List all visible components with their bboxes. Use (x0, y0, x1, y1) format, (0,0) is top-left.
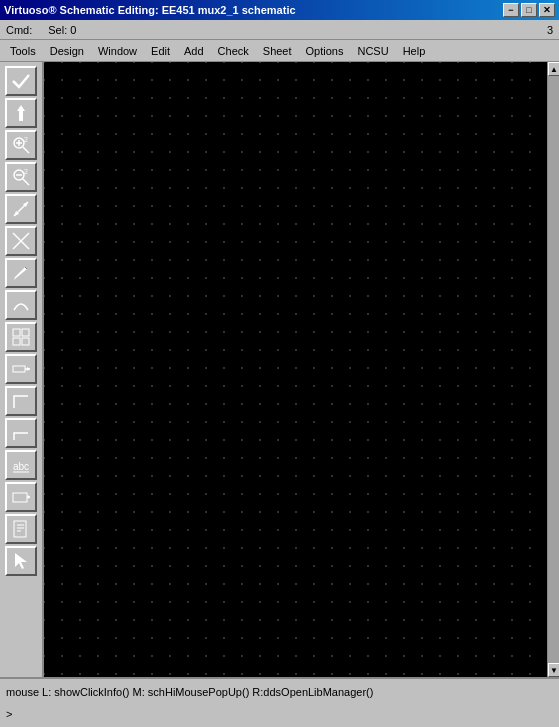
sheet-tool[interactable] (5, 514, 37, 544)
cmd-right: 3 (547, 24, 553, 36)
scrollbar-vertical: ▲ ▼ (547, 62, 559, 677)
menu-item-sheet[interactable]: Sheet (257, 43, 298, 59)
menu-item-help[interactable]: Help (397, 43, 432, 59)
svg-marker-15 (14, 267, 27, 280)
sel-label: Sel: 0 (48, 24, 76, 36)
zoom-in-tool[interactable]: 2 (5, 130, 37, 160)
toolbar: 22abc (0, 62, 44, 677)
scroll-up-button[interactable]: ▲ (548, 62, 559, 76)
menu-item-ncsu[interactable]: NCSU (351, 43, 394, 59)
grid-tool[interactable] (5, 322, 37, 352)
menu-item-window[interactable]: Window (92, 43, 143, 59)
svg-marker-0 (17, 105, 25, 121)
arc-tool[interactable] (5, 290, 37, 320)
pointer-tool[interactable] (5, 546, 37, 576)
select-tool[interactable] (5, 66, 37, 96)
svg-marker-23 (27, 367, 30, 371)
cmd-bar: Cmd: Sel: 0 3 (0, 20, 559, 40)
svg-line-2 (23, 147, 29, 153)
svg-rect-27 (13, 493, 27, 502)
status-line2: > (6, 708, 553, 720)
menu-bar: ToolsDesignWindowEditAddCheckSheetOption… (0, 40, 559, 62)
title-text: Virtuoso® Schematic Editing: EE451 mux2_… (4, 4, 503, 16)
scroll-track[interactable] (548, 76, 559, 663)
title-bar: Virtuoso® Schematic Editing: EE451 mux2_… (0, 0, 559, 20)
main-area: 22abc ▲ ▼ (0, 62, 559, 677)
wire-tool[interactable] (5, 194, 37, 224)
menu-item-options[interactable]: Options (300, 43, 350, 59)
zoom-out-tool[interactable]: 2 (5, 162, 37, 192)
wire-corner-tool[interactable] (5, 418, 37, 448)
text-tool[interactable]: abc (5, 450, 37, 480)
pin-tool[interactable] (5, 354, 37, 384)
minimize-button[interactable]: − (503, 3, 519, 17)
svg-text:abc: abc (13, 461, 29, 472)
status-bar: mouse L: showClickInfo() M: schHiMousePo… (0, 677, 559, 727)
line-tool[interactable] (5, 386, 37, 416)
svg-rect-19 (13, 338, 20, 345)
canvas-area[interactable] (44, 62, 547, 677)
svg-marker-34 (15, 553, 27, 569)
svg-marker-29 (28, 495, 30, 499)
maximize-button[interactable]: □ (521, 3, 537, 17)
svg-rect-17 (13, 329, 20, 336)
bus-tool[interactable] (5, 482, 37, 512)
move-tool[interactable] (5, 98, 37, 128)
menu-item-check[interactable]: Check (212, 43, 255, 59)
delete-tool[interactable] (5, 226, 37, 256)
svg-text:2: 2 (24, 168, 28, 175)
svg-rect-30 (14, 521, 26, 537)
svg-text:2: 2 (24, 136, 28, 143)
svg-rect-21 (13, 366, 25, 372)
menu-item-edit[interactable]: Edit (145, 43, 176, 59)
cmd-left: Cmd: Sel: 0 (6, 24, 76, 36)
window-controls: − □ ✕ (503, 3, 555, 17)
svg-rect-18 (22, 329, 29, 336)
status-line1: mouse L: showClickInfo() M: schHiMousePo… (6, 686, 553, 698)
scroll-down-button[interactable]: ▼ (548, 663, 559, 677)
menu-item-tools[interactable]: Tools (4, 43, 42, 59)
pencil-tool[interactable] (5, 258, 37, 288)
cmd-label: Cmd: (6, 24, 32, 36)
close-button[interactable]: ✕ (539, 3, 555, 17)
menu-item-add[interactable]: Add (178, 43, 210, 59)
svg-rect-20 (22, 338, 29, 345)
svg-line-7 (23, 179, 29, 185)
menu-item-design[interactable]: Design (44, 43, 90, 59)
